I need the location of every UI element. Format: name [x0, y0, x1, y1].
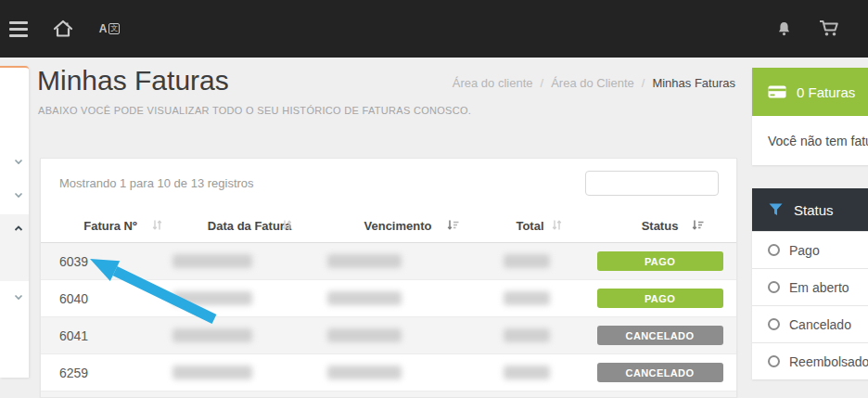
chevron-up-icon [14, 225, 22, 233]
invoice-total-redacted [477, 243, 583, 279]
column-label: Total [516, 219, 543, 233]
breadcrumb-separator: / [642, 76, 645, 90]
breadcrumb-link[interactable]: Área do cliente [453, 76, 533, 90]
sort-amount-icon [691, 219, 705, 234]
invoice-date-redacted [180, 243, 319, 279]
sidebar-row [0, 68, 29, 148]
table-search-input[interactable] [585, 171, 719, 196]
invoice-date-redacted [180, 317, 319, 353]
status-filter-header: Status [752, 188, 868, 231]
invoice-duedate-redacted [319, 317, 477, 353]
invoice-total-redacted [477, 280, 583, 316]
language-glyph: A文 [99, 22, 121, 35]
status-option-reembolsado[interactable]: Reembolsado [752, 342, 868, 379]
invoice-row[interactable]: 6041 CANCELADO [41, 317, 736, 354]
table-body: 6039 PAGO 6040 PAGO 6041 [41, 243, 736, 398]
invoice-total-redacted [477, 354, 583, 391]
invoice-total-redacted [477, 317, 583, 353]
radio-icon [768, 244, 780, 256]
status-filter-panel: Status Pago Em aberto Cancelado Reembols… [752, 188, 868, 379]
invoice-row[interactable]: 6040 PAGO [41, 280, 736, 317]
sidebar-row [0, 318, 29, 378]
bell-glyph [775, 19, 793, 38]
column-header-fatura[interactable]: Fatura Nº [41, 209, 180, 242]
invoice-duedate-redacted [319, 243, 477, 279]
invoice-status-cell: PAGO [583, 280, 736, 316]
breadcrumb-current: Minhas Faturas [652, 76, 735, 90]
bell-icon[interactable] [770, 0, 798, 58]
invoice-status-cell: CANCELADO [583, 317, 736, 353]
status-badge: PAGO [597, 251, 723, 271]
status-option-label: Cancelado [789, 317, 851, 332]
sort-icon [151, 219, 163, 234]
status-badge: PAGO [597, 289, 723, 308]
status-option-pago[interactable]: Pago [752, 231, 868, 268]
sidebar-row[interactable] [0, 148, 29, 181]
client-area-page: A文 [0, 0, 868, 398]
status-badge: CANCELADO [597, 326, 723, 345]
status-option-em-aberto[interactable]: Em aberto [752, 268, 868, 305]
invoices-summary-body: Você não tem fatu [752, 116, 868, 165]
invoice-date-redacted [180, 354, 319, 391]
status-filter-title: Status [794, 202, 834, 218]
cart-icon[interactable] [814, 0, 846, 58]
column-header-data[interactable]: Data da Fatura [180, 209, 319, 242]
radio-icon [768, 355, 780, 367]
invoice-date-redacted [180, 280, 319, 316]
column-header-total[interactable]: Total [477, 209, 583, 242]
funnel-icon [769, 203, 783, 216]
status-option-cancelado[interactable]: Cancelado [752, 305, 868, 342]
invoice-duedate-redacted [319, 354, 477, 391]
chevron-down-icon [14, 191, 22, 199]
page-title: Minhas Faturas [37, 65, 229, 96]
table-header-row: Fatura Nº Data da Fatura Vencimento Tota… [41, 209, 736, 243]
invoices-card: Mostrando 1 para 10 de 13 registros Fatu… [40, 158, 737, 398]
chevron-down-icon [14, 158, 22, 166]
invoice-number: 6039 [41, 243, 180, 279]
column-header-status[interactable]: Status [583, 209, 736, 242]
sort-icon [551, 219, 563, 234]
invoice-status-cell: PAGO [583, 243, 736, 279]
home-icon[interactable] [48, 0, 78, 58]
column-header-vencimento[interactable]: Vencimento [319, 209, 477, 242]
chevron-down-icon [14, 293, 22, 302]
status-badge: CANCELADO [597, 363, 723, 382]
invoice-number: 6040 [41, 280, 180, 316]
sort-icon [281, 219, 293, 234]
invoice-row[interactable]: 6259 CANCELADO [41, 354, 736, 392]
home-glyph [53, 19, 73, 38]
breadcrumb-separator: / [541, 76, 544, 90]
sidebar-row[interactable] [0, 181, 29, 214]
hamburger-bars [9, 21, 28, 37]
radio-icon [768, 318, 780, 330]
invoice-number: 6259 [41, 354, 180, 391]
top-navbar: A文 [0, 0, 868, 58]
hamburger-menu-icon[interactable] [6, 0, 32, 58]
page-subtitle: ABAIXO VOCÊ PODE VISUALIZAR TODO O SEU H… [38, 105, 471, 116]
sidebar-row[interactable] [0, 248, 29, 281]
table-records-summary: Mostrando 1 para 10 de 13 registros [59, 176, 254, 190]
column-label: Data da Fatura [208, 219, 291, 233]
breadcrumb-link[interactable]: Área do Cliente [551, 76, 634, 90]
breadcrumb: Área do cliente/Área do Cliente/Minhas F… [453, 76, 735, 90]
status-option-label: Pago [789, 243, 820, 258]
left-sidebar-partial [0, 66, 29, 378]
invoices-summary-panel: 0 Faturas Você não tem fatu [752, 68, 868, 165]
invoice-row[interactable]: 6039 PAGO [41, 243, 736, 280]
sort-amount-icon [446, 219, 460, 234]
credit-card-icon [768, 85, 786, 99]
sidebar-row[interactable] [0, 214, 29, 248]
invoices-summary-header: 0 Faturas [752, 68, 868, 116]
invoice-row-partial[interactable] [41, 392, 736, 398]
sidebar-row[interactable] [0, 281, 29, 318]
status-option-label: Reembolsado [789, 354, 868, 369]
invoice-duedate-redacted [319, 280, 477, 316]
status-option-label: Em aberto [789, 280, 849, 295]
column-label: Status [642, 219, 679, 233]
radio-icon [768, 281, 780, 293]
invoices-count-label: 0 Faturas [797, 84, 855, 100]
invoice-number: 6041 [41, 317, 180, 353]
language-icon[interactable]: A文 [93, 0, 126, 58]
column-label: Fatura Nº [83, 219, 136, 233]
column-label: Vencimento [364, 219, 432, 233]
